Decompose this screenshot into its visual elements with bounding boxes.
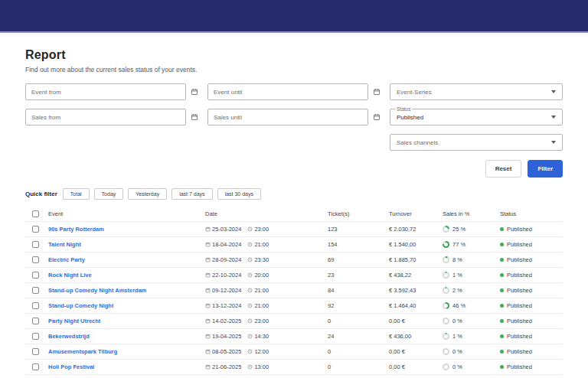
event-date: 18-04-2024: [212, 241, 241, 248]
event-date: 22-10-2024: [212, 272, 241, 279]
row-checkbox[interactable]: [32, 333, 39, 340]
row-checkbox[interactable]: [32, 241, 39, 248]
event-series-select[interactable]: Event-Series: [390, 83, 563, 100]
calendar-icon: [373, 86, 381, 98]
event-date-cell: 13-12-2024 21:00: [205, 302, 328, 309]
calendar-icon: [205, 334, 211, 339]
turnover-cell: € 438,22: [389, 272, 443, 279]
published-status-dot: [500, 258, 504, 262]
filter-button[interactable]: Filter: [528, 160, 563, 178]
event-name-link[interactable]: Rock Night Live: [48, 272, 92, 279]
event-name-link[interactable]: Bekerwedstrijd: [48, 333, 90, 340]
clock-icon: [247, 226, 253, 232]
status-cell: Published: [500, 318, 563, 324]
sales-until-calendar-button[interactable]: [373, 112, 381, 123]
column-header-turnover[interactable]: Turnover: [389, 210, 443, 217]
published-status-dot: [500, 334, 504, 338]
select-all-checkbox[interactable]: [32, 210, 39, 217]
calendar-icon: [205, 349, 211, 354]
top-navigation-bar: [0, 0, 588, 33]
turnover-cell: 0,00 €: [389, 348, 443, 355]
row-checkbox[interactable]: [32, 318, 39, 324]
sales-progress-ring: [443, 272, 449, 279]
event-until-input[interactable]: [207, 83, 368, 100]
clock-icon: [247, 364, 253, 370]
sales-from-input[interactable]: [25, 109, 186, 125]
turnover-cell: € 3.592,43: [389, 287, 443, 294]
event-from-calendar-button[interactable]: [191, 86, 198, 98]
status-select[interactable]: Status Published: [390, 109, 563, 125]
chevron-down-icon: [551, 141, 556, 144]
quick-filter-today[interactable]: Today: [94, 188, 124, 200]
event-name-link[interactable]: Party Night Utrecht: [48, 318, 100, 324]
events-table: Event Date Ticket(s) Turnover Sales in %…: [25, 207, 563, 378]
event-name-link[interactable]: Holi Pop Festival: [48, 363, 94, 370]
event-time: 12:00: [254, 348, 269, 355]
calendar-icon: [205, 303, 211, 308]
event-name-link[interactable]: Stand-up Comedy Night: [48, 302, 113, 309]
turnover-cell: 0,00 €: [389, 363, 443, 370]
column-header-tickets[interactable]: Ticket(s): [328, 210, 389, 217]
event-name-link[interactable]: 90s Party Rotterdam: [48, 226, 104, 233]
quick-filter-yesterday[interactable]: Yesterday: [128, 188, 167, 200]
turnover-cell: € 1.464,40: [389, 302, 443, 309]
table-row: 90s Party Rotterdam 25-03-2024 23:00 123…: [25, 222, 563, 237]
column-header-sales-pct[interactable]: Sales in %: [443, 210, 500, 217]
row-checkbox[interactable]: [32, 226, 39, 233]
sales-pct-cell: 25 %: [443, 226, 500, 233]
event-date: 13-12-2024: [212, 302, 241, 309]
event-name-link[interactable]: Electric Party: [48, 256, 85, 263]
turnover-cell: € 2.030,72: [389, 226, 443, 233]
turnover-cell: € 1.885,70: [389, 256, 443, 263]
event-name-link[interactable]: Talent Night: [48, 241, 81, 248]
status-label: Published: [507, 302, 532, 309]
published-status-dot: [500, 304, 504, 308]
sales-channels-select[interactable]: Sales channels: [390, 134, 563, 151]
status-label: Published: [507, 272, 532, 279]
sales-until-field: [207, 109, 381, 125]
quick-filter-last-30-days[interactable]: last 30 days: [217, 188, 261, 200]
column-header-status[interactable]: Status: [500, 210, 563, 217]
event-until-calendar-button[interactable]: [373, 86, 381, 98]
event-date-cell: 22-10-2024 20:00: [205, 272, 328, 279]
turnover-cell: 0,00 €: [389, 318, 443, 324]
sales-pct-value: 46 %: [452, 302, 466, 309]
column-header-date[interactable]: Date: [205, 210, 328, 217]
row-checkbox[interactable]: [32, 256, 39, 263]
event-name-link[interactable]: Amusementspark Tilburg: [48, 348, 117, 355]
status-cell: Published: [500, 272, 563, 279]
event-time: 21:00: [254, 287, 269, 294]
row-checkbox[interactable]: [32, 272, 39, 279]
row-checkbox[interactable]: [32, 302, 39, 309]
reset-button[interactable]: Reset: [485, 160, 522, 178]
event-date: 08-05-2025: [212, 348, 241, 355]
quick-filter-last-7-days[interactable]: last 7 days: [172, 188, 212, 200]
event-date-cell: 28-09-2024 23:30: [205, 256, 328, 263]
sales-pct-cell: 77 %: [443, 241, 500, 248]
event-date: 19-04-2025: [212, 333, 241, 340]
page-subtitle: Find out more about the current sales st…: [25, 66, 563, 73]
chevron-down-icon: [551, 116, 556, 119]
event-from-input[interactable]: [25, 83, 186, 100]
row-checkbox[interactable]: [32, 287, 39, 294]
table-row: Rock Night Live 22-10-2024 20:00 23 € 43…: [25, 268, 563, 283]
table-row: Holi Pop Festival 21-06-2025 13:00 0 0,0…: [25, 360, 563, 375]
tickets-cell: 69: [328, 256, 389, 263]
status-select-value: Published: [397, 114, 423, 121]
event-name-link[interactable]: Stand-up Comedy Night Amsterdam: [48, 287, 146, 294]
sales-until-input[interactable]: [207, 109, 368, 125]
published-status-dot: [500, 273, 504, 277]
event-time: 20:00: [254, 272, 269, 279]
event-time: 21:00: [254, 241, 269, 248]
quick-filter-total[interactable]: Total: [63, 188, 90, 200]
row-checkbox[interactable]: [32, 363, 39, 370]
tickets-cell: 154: [328, 241, 389, 248]
event-time: 21:00: [254, 302, 269, 309]
event-date: 28-09-2024: [212, 256, 241, 263]
event-date-cell: 09-12-2024 21:00: [205, 287, 328, 294]
column-header-event[interactable]: Event: [48, 210, 205, 217]
row-checkbox[interactable]: [32, 348, 39, 355]
sales-from-calendar-button[interactable]: [191, 112, 198, 123]
status-cell: Published: [500, 333, 563, 340]
published-status-dot: [500, 350, 504, 354]
